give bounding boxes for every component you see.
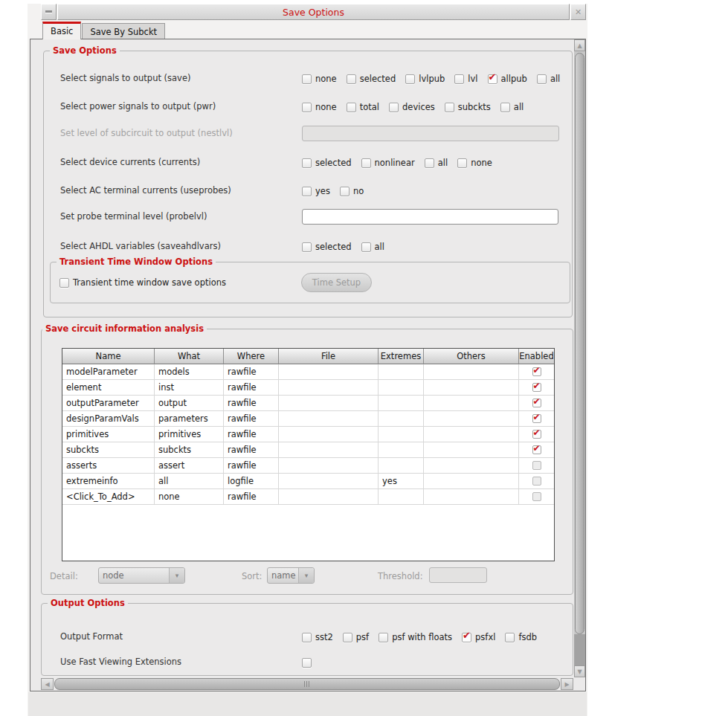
scroll-right-button[interactable]: ▶ — [561, 678, 573, 690]
unchecked-checkbox[interactable] — [389, 103, 399, 112]
checkbox-option-none[interactable]: none — [302, 74, 337, 84]
checked-checkbox[interactable]: ✔ — [488, 74, 497, 84]
table-header-file[interactable]: File — [279, 349, 379, 364]
close-button[interactable]: ✕ — [570, 4, 586, 20]
checked-checkbox[interactable]: ✔ — [532, 399, 541, 407]
unchecked-checkbox[interactable] — [379, 633, 388, 642]
checked-checkbox[interactable]: ✔ — [532, 414, 541, 423]
table-header-others[interactable]: Others — [424, 349, 519, 364]
table-cell-name: <Click_To_Add> — [62, 489, 155, 505]
minimize-icon — [45, 10, 52, 13]
unchecked-checkbox[interactable] — [505, 633, 515, 642]
tab-save-by-subckt[interactable]: Save By Subckt — [82, 23, 165, 39]
time-setup-button[interactable]: Time Setup — [301, 273, 372, 292]
checkbox-option-selected[interactable]: selected — [302, 158, 352, 168]
detail-dropdown[interactable]: node ▾ — [98, 567, 185, 584]
checked-checkbox[interactable]: ✔ — [532, 367, 541, 376]
checkbox-option-total[interactable]: total — [347, 102, 379, 112]
table-row[interactable]: outputParameteroutputrawfile✔ — [62, 396, 554, 411]
unchecked-checkbox[interactable] — [425, 158, 434, 168]
unchecked-checkbox[interactable] — [302, 74, 312, 84]
unchecked-checkbox[interactable] — [347, 74, 356, 84]
nestlvl-input[interactable] — [302, 126, 559, 141]
unchecked-checkbox[interactable] — [500, 103, 510, 112]
checkbox-option-selected[interactable]: selected — [302, 242, 352, 252]
table-header-extremes[interactable]: Extremes — [379, 349, 424, 364]
sort-dropdown[interactable]: name ▾ — [267, 567, 315, 584]
table-row[interactable]: modelParametermodelsrawfile✔ — [62, 364, 554, 380]
unchecked-checkbox[interactable] — [445, 103, 454, 112]
checkbox-option-yes[interactable]: yes — [302, 186, 330, 196]
scroll-left-button[interactable]: ◀ — [41, 678, 54, 690]
checkbox-option-sst2[interactable]: sst2 — [302, 632, 333, 642]
vertical-scroll-track[interactable] — [574, 634, 585, 665]
group-circuit-info: Save circuit information analysis NameWh… — [41, 329, 573, 595]
table-row[interactable]: extremeinfoalllogfileyes — [62, 474, 554, 489]
table-header-where[interactable]: Where — [224, 349, 279, 364]
checkbox-option-psf[interactable]: psf — [343, 632, 369, 642]
minimize-button[interactable] — [41, 4, 57, 20]
checked-checkbox[interactable]: ✔ — [532, 445, 541, 454]
checkbox-option-allpub[interactable]: ✔allpub — [488, 74, 527, 84]
table-row[interactable]: <Click_To_Add>nonerawfile — [62, 489, 554, 505]
horizontal-scroll-thumb[interactable] — [54, 678, 560, 690]
table-row[interactable]: assertsassertrawfile — [62, 458, 554, 474]
fast-viewing-checkbox[interactable] — [302, 658, 312, 668]
checked-checkbox[interactable]: ✔ — [462, 633, 471, 642]
transient-checkbox[interactable] — [59, 278, 69, 288]
table-row[interactable]: designParamValsparametersrawfile✔ — [62, 411, 554, 427]
checkbox-option-no[interactable]: no — [340, 186, 364, 196]
checked-checkbox[interactable]: ✔ — [532, 430, 541, 439]
unchecked-checkbox[interactable] — [532, 477, 541, 486]
unchecked-checkbox[interactable] — [537, 74, 547, 84]
checkbox-option-subckts[interactable]: subckts — [445, 102, 491, 112]
unchecked-checkbox[interactable] — [302, 158, 312, 168]
table-row[interactable]: subcktssubcktsrawfile✔ — [62, 442, 554, 458]
unchecked-checkbox[interactable] — [532, 461, 541, 470]
checkbox-option-fsdb[interactable]: fsdb — [505, 632, 537, 642]
unchecked-checkbox[interactable] — [361, 158, 371, 168]
checkbox-option-psfxl[interactable]: ✔psfxl — [462, 632, 495, 642]
checkbox-option-all[interactable]: all — [500, 102, 524, 112]
checkbox-option-lvl[interactable]: lvl — [454, 74, 477, 84]
checkbox-option-all[interactable]: all — [425, 158, 448, 168]
checkbox-option-psf-with-floats[interactable]: psf with floats — [379, 632, 452, 642]
unchecked-checkbox[interactable] — [405, 74, 415, 84]
checkbox-option-none[interactable]: none — [302, 102, 337, 112]
tab-basic[interactable]: Basic — [42, 22, 81, 39]
transient-checkbox-item[interactable]: Transient time window save options — [59, 277, 226, 288]
checkbox-option-all[interactable]: all — [361, 242, 384, 252]
scroll-up-button[interactable]: ▲ — [574, 39, 585, 51]
power-label: Select power signals to output (pwr) — [60, 101, 216, 112]
unchecked-checkbox[interactable] — [532, 492, 541, 501]
unchecked-checkbox[interactable] — [361, 242, 371, 252]
unchecked-checkbox[interactable] — [457, 158, 467, 168]
table-row[interactable]: elementinstrawfile✔ — [62, 380, 554, 396]
unchecked-checkbox[interactable] — [340, 187, 349, 196]
unchecked-checkbox[interactable] — [302, 187, 312, 196]
unchecked-checkbox[interactable] — [347, 103, 356, 112]
horizontal-scrollbar[interactable]: ◀ ▶ — [41, 678, 573, 690]
table-row[interactable]: primitivesprimitivesrawfile✔ — [62, 427, 554, 442]
unchecked-checkbox[interactable] — [302, 242, 312, 252]
scroll-down-button[interactable]: ▼ — [574, 665, 585, 677]
vertical-scrollbar[interactable]: ▲ ▼ — [574, 39, 585, 677]
table-header-name[interactable]: Name — [62, 349, 155, 364]
threshold-input[interactable] — [429, 567, 487, 583]
checked-checkbox[interactable]: ✔ — [532, 383, 541, 392]
unchecked-checkbox[interactable] — [454, 74, 464, 84]
unchecked-checkbox[interactable] — [302, 103, 312, 112]
checkbox-option-selected[interactable]: selected — [347, 74, 396, 84]
table-cell-file — [279, 364, 379, 380]
table-header-enabled[interactable]: Enabled — [519, 349, 554, 364]
unchecked-checkbox[interactable] — [343, 633, 352, 642]
vertical-scroll-thumb[interactable] — [575, 53, 584, 634]
checkbox-option-lvlpub[interactable]: lvlpub — [405, 74, 445, 84]
table-header-what[interactable]: What — [155, 349, 224, 364]
checkbox-option-none[interactable]: none — [457, 158, 492, 168]
unchecked-checkbox[interactable] — [302, 633, 312, 642]
checkbox-option-nonlinear[interactable]: nonlinear — [361, 158, 415, 168]
checkbox-option-devices[interactable]: devices — [389, 102, 435, 112]
probelvl-input[interactable] — [302, 209, 558, 225]
checkbox-option-all[interactable]: all — [537, 74, 560, 84]
